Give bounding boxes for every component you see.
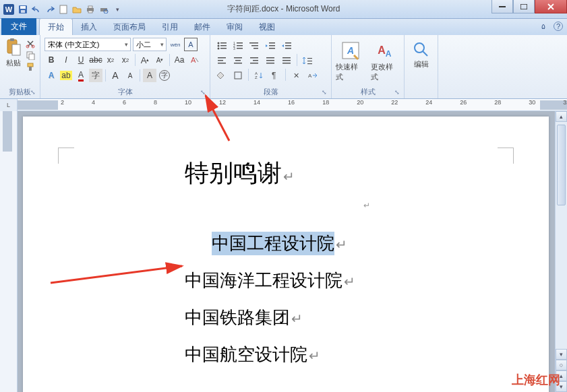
phonetic-guide-icon[interactable]: wén [169, 38, 182, 51]
bold-button[interactable]: B [44, 53, 58, 67]
strikethrough-button[interactable]: abc [89, 53, 102, 67]
character-shading-button[interactable]: 字 [89, 69, 102, 82]
font-size-combo[interactable]: 小二 [133, 38, 167, 51]
numbering-button[interactable]: 123 [231, 39, 245, 53]
grow-font-button[interactable]: A▴ [138, 53, 152, 67]
quick-styles-button[interactable]: A 快速样式 [336, 40, 365, 82]
styles-dialog-launcher[interactable]: ⤡ [394, 89, 402, 97]
help-icon[interactable]: ? [554, 22, 563, 31]
font-group-label: 字体 [44, 86, 206, 98]
sort-button[interactable]: AZ [251, 69, 266, 82]
tab-home[interactable]: 开始 [39, 18, 73, 35]
svg-rect-32 [237, 45, 243, 46]
tab-references[interactable]: 引用 [154, 19, 186, 35]
open-icon[interactable] [71, 4, 82, 15]
svg-rect-28 [220, 48, 227, 49]
circle-char-button[interactable]: 字 [158, 69, 171, 82]
document-line[interactable]: 中国铁路集团↵ [185, 306, 508, 329]
svg-rect-35 [249, 42, 258, 44]
subscript-button[interactable]: x2 [104, 53, 117, 67]
svg-rect-50 [250, 57, 258, 59]
multilevel-list-button[interactable] [247, 39, 262, 53]
svg-rect-47 [234, 57, 242, 59]
find-button[interactable]: 编辑 [409, 40, 434, 69]
group-paragraph: 123 AZ ¶ ✕ A 段落 ⤡ [210, 35, 332, 98]
document-line[interactable]: 中国海洋工程设计院↵ [185, 269, 508, 292]
align-center-button[interactable] [231, 54, 245, 67]
ribbon-tabbar: 文件 开始 插入 页面布局 引用 邮件 审阅 视图 ۵ ? [0, 19, 567, 35]
tab-review[interactable]: 审阅 [218, 19, 251, 35]
asian-layout-button[interactable]: ✕ [289, 69, 303, 82]
font-color-button[interactable]: A [74, 69, 88, 82]
styles-group-label: 样式 [336, 86, 400, 98]
svg-rect-12 [520, 4, 527, 9]
format-painter-icon[interactable] [26, 62, 35, 71]
italic-button[interactable]: I [59, 53, 73, 67]
highlight-button[interactable]: ab [59, 69, 73, 82]
change-case-button[interactable]: Aa [173, 53, 186, 67]
increase-indent-button[interactable] [279, 39, 294, 53]
align-left-button[interactable] [214, 54, 229, 67]
document-line-selected[interactable]: 中国工程设计院 [212, 232, 334, 255]
qat-dropdown-icon[interactable]: ▾ [112, 4, 123, 15]
show-marks-button[interactable]: ¶ [268, 69, 282, 82]
copy-icon[interactable] [26, 51, 35, 60]
titlebar: W ▾ 字符间距.docx - Microsoft Word [0, 0, 567, 19]
browse-object-button[interactable]: ○ [556, 360, 567, 370]
horizontal-ruler[interactable]: L 2468101214161820222426283032 [0, 99, 567, 111]
align-right-button[interactable] [247, 54, 262, 67]
clear-formatting-icon[interactable]: A [187, 53, 201, 67]
borders-button[interactable] [231, 69, 245, 82]
decrease-indent-button[interactable] [263, 39, 278, 53]
tab-pagelayout[interactable]: 页面布局 [105, 19, 154, 35]
cut-icon[interactable] [26, 39, 35, 48]
change-styles-button[interactable]: AA 更改样式 [371, 40, 400, 82]
clipboard-dialog-launcher[interactable]: ⤡ [30, 89, 38, 97]
paragraph-dialog-launcher[interactable]: ⤡ [322, 89, 330, 97]
save-icon[interactable] [18, 4, 28, 15]
underline-button[interactable]: U [74, 53, 88, 67]
tab-mailings[interactable]: 邮件 [186, 19, 218, 35]
scroll-up-button[interactable]: ▴ [556, 111, 567, 122]
asian-spacing-button[interactable]: A [305, 69, 320, 82]
tab-file[interactable]: 文件 [1, 18, 36, 35]
distributed-button[interactable] [279, 54, 294, 67]
page[interactable]: 特别鸣谢↵ ↵ 中国工程设计院↵ 中国海洋工程设计院↵ 中国铁路集团↵ 中国航空… [23, 117, 549, 392]
print-preview-icon[interactable] [98, 4, 109, 15]
close-button[interactable] [535, 0, 567, 13]
tab-view[interactable]: 视图 [251, 19, 283, 35]
shading-button[interactable] [214, 69, 229, 82]
scroll-down-button[interactable]: ▾ [556, 349, 567, 360]
enlarge-a-button[interactable]: A [109, 69, 122, 82]
vertical-ruler[interactable] [0, 111, 18, 392]
ribbon-minimize-icon[interactable]: ۵ [539, 22, 548, 31]
quick-print-icon[interactable] [85, 4, 96, 15]
undo-icon[interactable] [31, 4, 42, 15]
paste-button[interactable]: 粘贴 [4, 38, 23, 71]
redo-icon[interactable] [44, 4, 55, 15]
new-doc-icon[interactable] [58, 4, 69, 15]
font-name-combo[interactable]: 宋体 (中文正文) [44, 38, 131, 51]
tab-insert[interactable]: 插入 [73, 19, 105, 35]
minimize-button[interactable] [491, 0, 513, 13]
text-effects-button[interactable]: A [44, 69, 58, 82]
character-border-icon[interactable]: A [184, 38, 198, 51]
line-spacing-button[interactable] [300, 54, 315, 67]
maximize-button[interactable] [513, 0, 535, 13]
svg-rect-46 [218, 63, 226, 64]
svg-rect-8 [88, 11, 92, 13]
svg-text:A: A [191, 56, 196, 64]
page-margin-corner [498, 148, 514, 164]
document-title[interactable]: 特别鸣谢↵ [185, 157, 508, 190]
enclosed-char-button[interactable]: A [143, 69, 156, 82]
superscript-button[interactable]: x2 [119, 53, 132, 67]
justify-button[interactable] [263, 54, 278, 67]
shrink-font-button[interactable]: A▾ [153, 53, 167, 67]
bullets-button[interactable] [214, 39, 229, 53]
shrink-a-button[interactable]: A [123, 69, 137, 82]
font-dialog-launcher[interactable]: ⤡ [200, 89, 208, 97]
vertical-scrollbar[interactable]: ▴ ▾ ○ ▴ ▾ [555, 111, 567, 392]
document-line[interactable]: 中国航空设计院↵ [185, 343, 508, 366]
svg-rect-3 [20, 6, 26, 9]
scroll-thumb[interactable] [557, 125, 566, 205]
